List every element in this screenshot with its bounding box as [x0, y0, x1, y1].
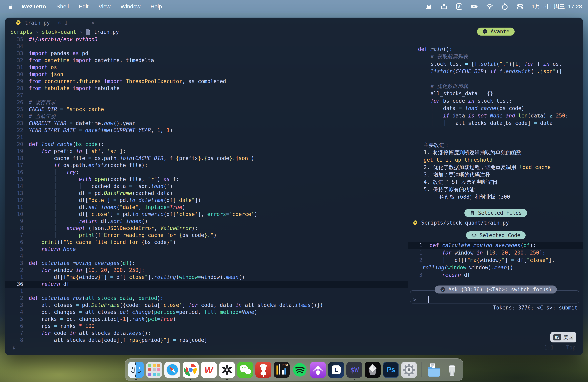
line-number: 2	[5, 295, 23, 302]
line-number: 32	[5, 57, 23, 64]
code-line: 3 all_closes = pd.DataFrame({code: data[…	[5, 302, 408, 309]
dock-item-finder-icon[interactable]	[128, 362, 144, 378]
breadcrumb-folder[interactable]: Scripts	[10, 29, 32, 35]
code-line: 29from concurrent.futures import ThreadP…	[5, 78, 408, 85]
line-number: 11	[5, 204, 23, 211]
menubar-clock[interactable]: 1月15日 周三 17:28	[532, 3, 582, 10]
battery-icon[interactable]	[471, 3, 478, 10]
indent-guide: │	[54, 190, 57, 196]
cursor-position: 1:1	[544, 344, 554, 351]
dock-item-spotify-icon[interactable]	[292, 362, 308, 378]
code-line: 18 │ cache_file = os.path.join(CACHE_DIR…	[5, 155, 408, 162]
code-line: 27	[5, 92, 408, 99]
line-number: 33	[5, 50, 23, 57]
menu-window[interactable]: Window	[121, 3, 141, 10]
avante-badge: Avante	[477, 28, 515, 36]
line-number: 8	[5, 225, 23, 232]
indent-guide: │	[42, 169, 45, 175]
line-number: 34	[5, 43, 23, 50]
dock-item-settings-icon[interactable]	[401, 362, 417, 378]
code-line: - 科创板（688）和创业板（300	[418, 193, 551, 201]
line-number: 9	[5, 218, 23, 225]
dock-item-podcasts-icon[interactable]	[310, 362, 326, 378]
code-line: 8 │ │ except (json.JSONDecodeError, Valu…	[5, 225, 408, 232]
tab-modified-indicator: ⊙ 1	[58, 20, 68, 26]
code-line: 6 rps = ranks * 100	[5, 323, 408, 330]
dock-item-downloads-icon[interactable]	[426, 362, 442, 378]
code-line: 15 │ │ │ with open(cache_file, "r") as f…	[5, 176, 408, 183]
code-line: for bs_code in stock_list:	[418, 97, 568, 105]
menu-edit[interactable]: Edit	[79, 3, 88, 10]
indent-guide: │	[42, 176, 45, 182]
code-line	[418, 75, 568, 82]
indent-guide: │	[42, 162, 45, 168]
wezterm-window: train.py ⊙ 1 × Scripts › stock-quant › t…	[5, 18, 583, 355]
cat-icon[interactable]	[425, 3, 432, 10]
dock-item-gem-icon[interactable]	[365, 362, 381, 378]
dock-item-safari-icon[interactable]	[164, 362, 180, 378]
dock-item-chrome-icon[interactable]	[183, 362, 199, 378]
code-line: stock_list = [f.split(".")[1] for f in o…	[418, 60, 568, 68]
menu-view[interactable]: View	[98, 3, 110, 10]
menu-help[interactable]: Help	[150, 3, 162, 10]
input-a-icon[interactable]: A	[456, 3, 463, 10]
code-line: 10 │ │ │ df['close'] = pd.to_numeric(df[…	[5, 211, 408, 218]
code-line: 26# 缓存目录	[5, 99, 408, 106]
dock-item-chatgpt-icon[interactable]	[219, 362, 235, 378]
indent-guide: │	[54, 218, 57, 224]
breadcrumb-folder[interactable]: stock-quant	[42, 29, 76, 35]
line-number	[408, 264, 415, 271]
wifi-icon[interactable]	[486, 3, 493, 10]
dock-item-launchpad-icon[interactable]	[146, 362, 162, 378]
line-number: 12	[5, 197, 23, 204]
code-line: 22YEAR_START_DATE = datetime(CURRENT_YEA…	[5, 127, 408, 134]
code-line: 1. 将涨停幅度判断逻辑抽取为单独的函数	[418, 149, 551, 156]
dock-item-wechat-icon[interactable]	[237, 362, 253, 378]
running-indicator	[226, 379, 228, 380]
selected-files-badge: Selected Files	[464, 209, 527, 217]
selected-code-block: 1def calculate_moving_averages(df):1 for…	[408, 242, 583, 279]
svg-text:?: ?	[442, 288, 444, 291]
code-line: 9 │ │ │ return df.sort_index()	[5, 218, 408, 225]
selected-code-badge: Selected Code	[466, 231, 525, 239]
breadcrumb-file[interactable]: train.py	[94, 29, 119, 35]
code-line: │ data = load_cache(bs_code)	[418, 105, 568, 112]
active-app-name[interactable]: WezTerm	[21, 3, 46, 10]
code-line: 36 return df	[5, 281, 408, 288]
control-center-icon[interactable]	[516, 3, 524, 10]
line-number: 3	[5, 302, 23, 309]
dock-divider	[421, 362, 421, 377]
ask-prompt[interactable]: >	[413, 296, 429, 304]
tab-title[interactable]: train.py	[25, 20, 50, 26]
dock-item-dollarw-icon[interactable]: $W	[346, 362, 362, 378]
line-number: 15	[5, 176, 23, 183]
breadcrumb: Scripts › stock-quant › train.py	[10, 28, 119, 36]
input-method-badge[interactable]: US 美国	[550, 332, 576, 343]
selected-file-item[interactable]: Scripts/stock-quant/train.py	[412, 219, 509, 226]
dock-item-wps-icon[interactable]: W	[201, 362, 217, 378]
line-number: 1	[408, 249, 422, 257]
line-number: 16	[5, 169, 23, 176]
dock-item-cards-icon[interactable]	[255, 362, 272, 378]
code-line: 7 │ │ │ print(f"Error reading cache for …	[5, 232, 408, 239]
dock-item-photoshop-icon[interactable]: Ps	[383, 362, 399, 378]
menu-bar: WezTerm Shell Edit View Window Help A 1月…	[0, 0, 588, 13]
menu-shell[interactable]: Shell	[56, 3, 69, 10]
code-line: 5. 保持了原有的功能：	[418, 186, 551, 193]
code-line: # 优化数据加载	[418, 82, 568, 90]
dock-item-stockspro-icon[interactable]: PRO	[273, 362, 290, 378]
drop-box-icon[interactable]	[441, 3, 448, 10]
indent-guide: │	[42, 218, 45, 224]
code-editor[interactable]: 35#!/usr/bin/env python33433import panda…	[5, 36, 408, 344]
dock-item-longport-icon[interactable]: L	[328, 362, 344, 378]
code-line: 12 │ │ │ df["date"] = pd.to_datetime(df[…	[5, 197, 408, 204]
line-number: 1	[5, 274, 23, 281]
line-number: 17	[5, 162, 23, 169]
code-line: 25CACHE_DIR = "stock_cache"	[5, 106, 408, 113]
line-number: 22	[5, 127, 23, 134]
ring-icon[interactable]	[501, 3, 508, 10]
ask-badge: ? Ask (33:36) (<Tab>: switch focus)	[435, 286, 557, 293]
tab-close-icon[interactable]: ×	[91, 20, 94, 26]
apple-menu-icon[interactable]	[7, 3, 14, 10]
dock-item-trash-icon[interactable]	[444, 362, 460, 378]
